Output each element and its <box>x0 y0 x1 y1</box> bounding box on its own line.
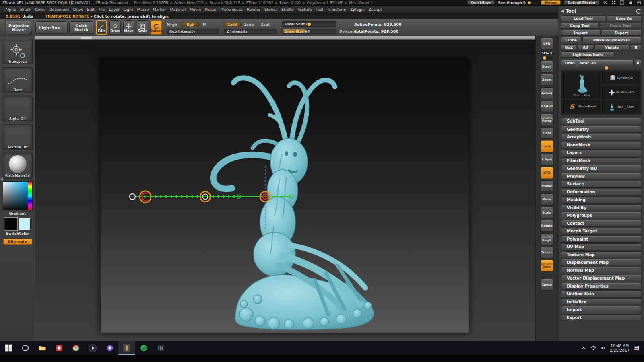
tool-section-texture-map[interactable]: Texture Map <box>561 251 641 259</box>
tool-section-preview[interactable]: Preview <box>561 173 641 180</box>
strip-button-zoom[interactable]: Zoom <box>541 74 553 86</box>
strip-button-xpose[interactable]: Xpose <box>541 279 553 290</box>
tool-section-vector-displacement-map[interactable]: Vector Displacement Map <box>561 275 641 282</box>
menu-item-color[interactable]: Color <box>33 6 47 13</box>
tool-button-goz[interactable]: GoZ <box>561 44 576 50</box>
taskbar-icon-media-player[interactable] <box>85 341 101 355</box>
menu-item-zscript[interactable]: Zscript <box>367 6 384 13</box>
rotate-mode-button[interactable]: Rotate <box>151 20 162 35</box>
grid-icon[interactable] <box>611 0 616 5</box>
tool-button-all[interactable]: All <box>578 44 593 50</box>
see-through-control[interactable]: See-through 0 <box>498 1 537 5</box>
tool-section-export[interactable]: Export <box>561 314 641 321</box>
tool-section-nanomesh[interactable]: NanoMesh <box>561 142 641 149</box>
alpha-button[interactable]: Alpha Off <box>3 96 33 121</box>
switchcolor-label[interactable]: SwitchColor <box>6 232 29 236</box>
tool-section-import[interactable]: Import <box>561 306 641 313</box>
tool-button-load-tool[interactable]: Load Tool <box>561 15 605 21</box>
focal-shift-slider[interactable]: Focal Shift 0 <box>282 21 336 27</box>
menu-item-light[interactable]: Light <box>122 6 135 13</box>
saturation-value-square[interactable] <box>3 182 28 210</box>
lock-icon[interactable] <box>628 0 633 5</box>
strip-button-scroll[interactable]: Scroll <box>541 61 553 72</box>
gradient-label[interactable]: Gradient <box>9 212 26 216</box>
menu-item-material[interactable]: Material <box>168 6 188 13</box>
tool-section-unified-skin[interactable]: Unified Skin <box>561 290 641 298</box>
tool-section-polygroups[interactable]: Polygroups <box>561 212 641 219</box>
tool-r-button[interactable]: R <box>635 60 641 66</box>
draw-size-slider[interactable]: Draw Size 64 <box>282 29 336 34</box>
tool-section-visibility[interactable]: Visibility <box>561 204 641 212</box>
home-icon[interactable] <box>636 0 642 5</box>
panel-arrows-icon[interactable] <box>603 0 608 5</box>
divider-handle-left[interactable] <box>0 177 3 181</box>
alternate-button[interactable]: Alternate <box>3 239 32 245</box>
tool-section-masking[interactable]: Masking <box>561 196 641 204</box>
draw-mode-button[interactable]: Draw <box>109 20 121 35</box>
strip-button-frame[interactable]: Frame <box>541 180 553 192</box>
see-through-slider[interactable] <box>527 2 538 4</box>
color-picker[interactable] <box>3 181 33 210</box>
menu-item-tool[interactable]: Tool <box>314 6 325 13</box>
texture-button[interactable]: Texture Off <box>3 124 33 150</box>
quick-sketch-button[interactable]: Quick Sketch <box>69 21 93 34</box>
viewport-canvas[interactable] <box>101 58 469 333</box>
zsub-button[interactable]: Zsub <box>244 23 254 27</box>
tool-button-import[interactable]: Import <box>561 30 601 36</box>
defaultzscript-button[interactable]: DefaultZScript <box>564 0 599 5</box>
tool-button-make-polymesh3d[interactable]: Make PolyMesh3D <box>582 37 641 43</box>
tool-section-polypaint[interactable]: Polypaint <box>561 236 641 243</box>
secondary-color-swatch[interactable] <box>19 218 31 230</box>
zadd-button[interactable]: Zadd <box>224 22 241 27</box>
tool-section-displacement-map[interactable]: Displacement Map <box>561 259 641 266</box>
move-mode-button[interactable]: Move <box>123 20 134 35</box>
strip-button-floor[interactable]: Floor <box>541 127 553 139</box>
taskbar-icon-chrome[interactable] <box>68 341 85 355</box>
edit-mode-button[interactable]: Edit <box>96 20 107 35</box>
menu-item-alpha[interactable]: Alpha <box>3 6 18 13</box>
tool-section-deformation[interactable]: Deformation <box>561 189 641 196</box>
slider-dot[interactable] <box>605 66 608 70</box>
tool-button-paste-tool[interactable]: Paste Tool <box>600 23 641 29</box>
strip-button-bpr[interactable]: BPR <box>541 38 553 49</box>
taskbar-icon-app-purple[interactable] <box>101 341 118 355</box>
scale-mode-button[interactable]: Scale <box>137 20 148 35</box>
tool-button-visible[interactable]: Visible <box>594 44 630 50</box>
menu-item-preferences[interactable]: Preferences <box>218 6 245 13</box>
stroke-button[interactable]: Dots <box>3 67 33 93</box>
strip-button-scale[interactable]: Scale <box>541 207 553 218</box>
taskbar-icon-start[interactable] <box>0 341 17 355</box>
menus-button[interactable]: Menus <box>541 0 561 5</box>
menu-item-stroke[interactable]: Stroke <box>279 6 295 13</box>
transpose-start-handle[interactable] <box>140 191 151 202</box>
tool-thumbnail-polymesh3d[interactable]: PolyMesh3D <box>602 86 639 99</box>
spix-slider[interactable] <box>542 57 552 59</box>
tool-section-initialize[interactable]: Initialize <box>561 298 641 306</box>
tool-section-fibermesh[interactable]: FiberMesh <box>561 157 641 165</box>
taskbar-icon-zbrush[interactable] <box>118 341 135 355</box>
notification-icon[interactable] <box>634 345 639 351</box>
menu-item-layer[interactable]: Layer <box>107 6 122 13</box>
menu-item-brush[interactable]: Brush <box>18 6 33 13</box>
tool-button-clone[interactable]: Clone <box>561 37 581 43</box>
taskbar-icon-cortana[interactable] <box>17 341 34 355</box>
taskbar-icon-app-color[interactable] <box>152 341 169 355</box>
z-intensity-slider[interactable]: Z Intensity <box>224 29 276 34</box>
strip-button-spix-3[interactable]: SPix 3 <box>541 51 553 56</box>
strip-button-solo[interactable]: DynamicSolo <box>541 260 553 272</box>
transpose-mid-handle[interactable] <box>200 192 211 202</box>
strip-button-local[interactable]: Local <box>541 140 553 152</box>
menu-item-edit[interactable]: Edit <box>85 6 96 13</box>
taskbar-icon-file-explorer[interactable] <box>34 341 51 355</box>
strip-button-l-sym[interactable]: L.Sym <box>541 154 553 165</box>
tool-section-display-properties[interactable]: Display Properties <box>561 283 641 290</box>
tray-expand-icon[interactable] <box>581 345 586 351</box>
document-area[interactable] <box>35 36 535 341</box>
taskbar-icon-spotify[interactable] <box>135 341 152 355</box>
quicksave-button[interactable]: QuickSave <box>467 0 495 5</box>
lightbox-button[interactable]: LightBox <box>35 21 68 34</box>
tool-button-copy-tool[interactable]: Copy Tool <box>561 23 599 29</box>
strip-button-move[interactable]: Move <box>541 193 553 205</box>
menu-item-zplugin[interactable]: Zplugin <box>348 6 367 13</box>
volume-icon[interactable] <box>600 345 606 351</box>
